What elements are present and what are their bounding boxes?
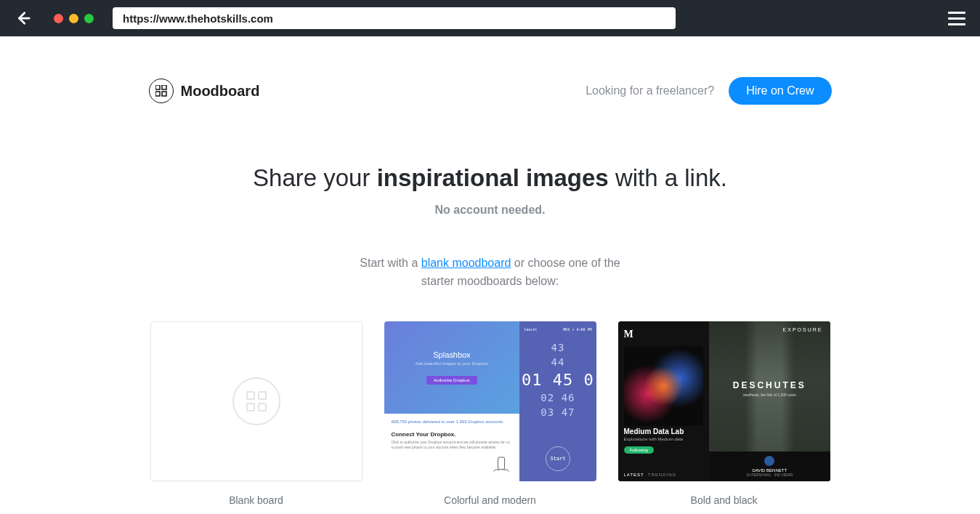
template-grid: Blank board Splashbox Add beautiful imag… <box>149 321 832 506</box>
bb-follow-badge: Following <box>624 446 654 454</box>
thumb-blank <box>150 321 363 481</box>
thumb-bold: M Medium Data Lab Explorations with Medi… <box>618 321 830 481</box>
cm-num: 02 46 <box>540 392 575 403</box>
brand-logo-icon <box>149 79 174 103</box>
bb-bottom-strip: DAVID BENNETT 10 PERSONAL · 342 VIEWS <box>709 451 830 481</box>
brand-name: Moodboard <box>181 83 260 99</box>
cm-start-button: Start <box>546 446 570 471</box>
bb-center-sub: steelhead, the fish of 1,000 casts <box>733 392 806 396</box>
url-text: https://www.thehotskills.com <box>123 12 273 25</box>
minimize-window-icon[interactable] <box>69 14 78 23</box>
card-colorful-modern[interactable]: Splashbox Add beautiful images to your D… <box>384 321 596 506</box>
browser-chrome: https://www.thehotskills.com <box>0 0 980 36</box>
card-label: Colorful and modern <box>444 494 536 506</box>
close-window-icon[interactable] <box>54 14 63 23</box>
brand[interactable]: Moodboard <box>149 79 260 103</box>
bb-left-title: Medium Data Lab <box>624 427 704 435</box>
cm-num: 03 47 <box>540 406 575 418</box>
svg-rect-4 <box>162 92 166 96</box>
cm-stats-line: 608,750 photos delivered to over 1,363 D… <box>392 419 513 424</box>
back-button[interactable] <box>15 10 32 26</box>
avatar-icon <box>764 456 774 466</box>
hero: Share your inspirational images with a l… <box>149 164 832 217</box>
hire-on-crew-button[interactable]: Hire on Crew <box>729 77 831 105</box>
hands-phone-icon <box>490 455 512 477</box>
window-controls <box>54 14 94 23</box>
card-label: Blank board <box>229 494 283 506</box>
cm-section-title: Connect Your Dropbox. <box>392 431 513 438</box>
thumb-colorful: Splashbox Add beautiful images to your D… <box>384 321 596 481</box>
hero-title-bold: inspirational images <box>377 164 609 191</box>
svg-rect-2 <box>162 85 166 89</box>
cm-section-desc: Click to authorize your Dropbox account … <box>392 440 513 449</box>
svg-rect-5 <box>498 457 505 470</box>
header-cta-group: Looking for a freelancer? Hire on Crew <box>586 77 831 105</box>
blank-grid-icon <box>232 377 280 425</box>
hero-title: Share your inspirational images with a l… <box>149 164 832 192</box>
page-content: Moodboard Looking for a freelancer? Hire… <box>0 36 980 514</box>
bb-tab: TRENDING <box>648 473 676 477</box>
cm-statusbar: MDS ▾ 4:00 PM <box>563 327 591 332</box>
cm-hero-title: Splashbox <box>433 350 470 359</box>
bb-tabs: LATEST TRENDING <box>624 473 677 477</box>
hero-title-pre: Share your <box>253 164 377 191</box>
url-bar[interactable]: https://www.thehotskills.com <box>113 7 676 29</box>
starter-post1: or choose one of the <box>511 257 620 269</box>
cm-cancel: Cancel <box>524 327 537 332</box>
menu-button[interactable] <box>948 12 965 25</box>
data-swirl-graphic <box>624 346 704 426</box>
svg-rect-3 <box>155 92 160 96</box>
freelancer-prompt: Looking for a freelancer? <box>586 84 714 97</box>
bb-right-toplabel: EXPOSURE <box>783 327 823 332</box>
cm-timer-numbers: 43 44 01 45 0 02 46 03 47 <box>522 342 594 418</box>
hero-title-post: with a link. <box>609 164 727 191</box>
starter-line2: starter moodboards below: <box>421 275 559 287</box>
bb-tab: LATEST <box>624 473 644 477</box>
maximize-window-icon[interactable] <box>84 14 94 23</box>
card-label: Bold and black <box>691 494 758 506</box>
starter-text: Start with a blank moodboard or choose o… <box>149 254 832 291</box>
bb-center-title: DESCHUTES <box>733 380 806 390</box>
starter-pre: Start with a <box>360 257 421 269</box>
card-blank-board[interactable]: Blank board <box>150 321 363 506</box>
cm-hero-sub: Add beautiful images to your Dropbox <box>416 361 488 366</box>
cm-num: 44 <box>551 356 565 368</box>
cm-num: 43 <box>551 342 565 353</box>
blank-moodboard-link[interactable]: blank moodboard <box>421 257 511 269</box>
svg-rect-1 <box>155 85 160 89</box>
bb-left-sub: Explorations with Medium data <box>624 437 704 441</box>
medium-logo-icon: M <box>624 329 704 340</box>
hero-subtitle: No account needed. <box>149 204 832 217</box>
bb-center-label: DESCHUTES steelhead, the fish of 1,000 c… <box>733 380 806 396</box>
site-header: Moodboard Looking for a freelancer? Hire… <box>149 36 832 112</box>
card-bold-black[interactable]: M Medium Data Lab Explorations with Medi… <box>618 321 830 506</box>
bb-author-sub: 10 PERSONAL · 342 VIEWS <box>715 473 824 477</box>
cm-num-big: 01 45 0 <box>522 371 594 389</box>
cm-hero-button: Authorize Dropbox <box>426 376 477 385</box>
